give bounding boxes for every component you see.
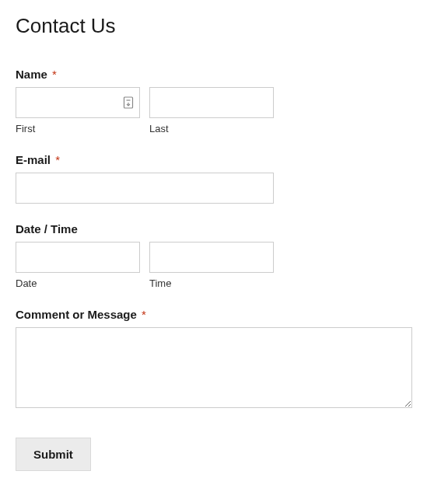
message-field-group: Comment or Message * xyxy=(16,308,432,411)
first-name-sublabel: First xyxy=(16,123,140,134)
name-label-text: Name xyxy=(16,68,47,81)
message-required-asterisk: * xyxy=(142,308,146,321)
name-required-asterisk: * xyxy=(52,68,57,81)
first-name-input[interactable] xyxy=(16,87,140,118)
email-label: E-mail * xyxy=(16,153,432,166)
first-name-wrapper xyxy=(16,87,140,118)
time-col: Time xyxy=(149,242,274,289)
submit-button[interactable]: Submit xyxy=(16,438,91,471)
date-col: Date xyxy=(16,242,140,289)
email-field-group: E-mail * xyxy=(16,153,432,204)
email-label-text: E-mail xyxy=(16,153,51,166)
last-name-col: Last xyxy=(149,87,274,134)
email-input[interactable] xyxy=(16,173,274,204)
last-name-input[interactable] xyxy=(149,87,274,118)
last-name-sublabel: Last xyxy=(149,123,274,134)
page-title: Contact Us xyxy=(16,14,432,38)
date-sublabel: Date xyxy=(16,277,140,289)
date-input[interactable] xyxy=(16,242,140,273)
datetime-label-text: Date / Time xyxy=(16,222,78,236)
name-field-group: Name * First xyxy=(16,68,432,134)
datetime-field-group: Date / Time Date Time xyxy=(16,222,432,289)
time-input[interactable] xyxy=(149,242,274,273)
message-label-text: Comment or Message xyxy=(16,308,137,321)
message-textarea[interactable] xyxy=(16,327,412,408)
message-label: Comment or Message * xyxy=(16,308,432,321)
name-input-row: First Last xyxy=(16,87,432,134)
datetime-input-row: Date Time xyxy=(16,242,432,289)
name-label: Name * xyxy=(16,68,432,81)
time-sublabel: Time xyxy=(149,277,274,289)
contact-form: Name * First xyxy=(16,68,432,471)
datetime-label: Date / Time xyxy=(16,222,432,236)
email-required-asterisk: * xyxy=(55,153,60,166)
first-name-col: First xyxy=(16,87,140,134)
